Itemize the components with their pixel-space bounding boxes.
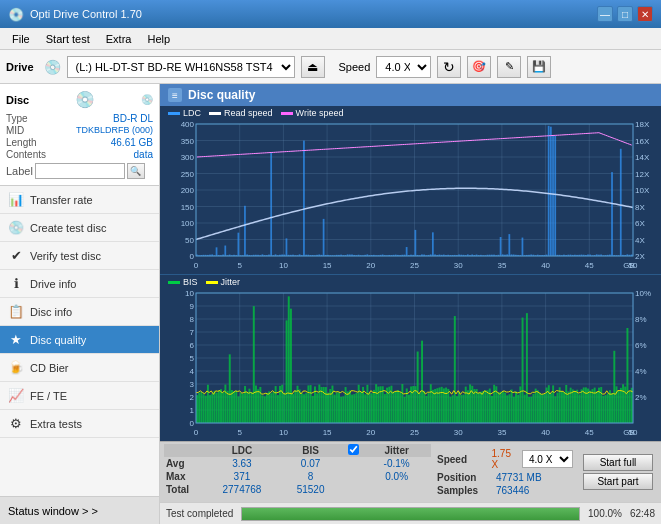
stats-total-empty [345,483,362,496]
stats-avg-label: Avg [164,457,208,470]
start-full-button[interactable]: Start full [583,454,653,471]
menu-file[interactable]: File [4,31,38,47]
stats-avg-ldc: 3.63 [208,457,277,470]
stats-avg-bis: 0.07 [276,457,345,470]
write-speed-legend-color [281,112,293,115]
bis-chart [160,289,661,441]
speed-dropdown[interactable]: 4.0 X 8.0 X MAX [522,450,573,468]
menu-start-test[interactable]: Start test [38,31,98,47]
cd-bier-icon: 🍺 [8,360,24,375]
nav-disc-info[interactable]: 📋 Disc info [0,298,159,326]
action-buttons: Start full Start part [579,444,657,500]
jitter-legend-color [206,281,218,284]
jitter-legend-label: Jitter [221,277,241,287]
save-button[interactable]: 💾 [527,56,551,78]
nav-disc-info-label: Disc info [30,306,72,318]
nav-cd-bier[interactable]: 🍺 CD Bier [0,354,159,382]
progress-status: Test completed [166,508,233,519]
read-speed-legend-color [209,112,221,115]
jitter-checkbox[interactable] [348,444,359,455]
samples-stat-label: Samples [437,485,492,496]
app-icon: 💿 [8,7,24,22]
edit-button[interactable]: ✎ [497,56,521,78]
stats-header-empty [164,444,208,457]
speed-select[interactable]: 4.0 X 8.0 X MAX [376,56,431,78]
title-bar: 💿 Opti Drive Control 1.70 — □ ✕ [0,0,661,28]
menu-bar: File Start test Extra Help [0,28,661,50]
disc-small-icon: 💿 [141,94,153,105]
status-window-button[interactable]: Status window > > [0,496,159,524]
ldc-legend-color [168,112,180,115]
bis-legend-label: BIS [183,277,198,287]
ldc-legend: LDC Read speed Write speed [160,106,661,120]
transfer-rate-icon: 📊 [8,192,24,207]
right-stats: Speed 1.75 X 4.0 X 8.0 X MAX Position 47… [435,444,575,500]
nav-fe-te[interactable]: 📈 FE / TE [0,382,159,410]
stats-bar: LDC BIS Jitter Avg 3.63 [160,441,661,524]
progress-time: 62:48 [630,508,655,519]
read-speed-legend-label: Read speed [224,108,273,118]
stats-max-ldc: 371 [208,470,277,483]
position-stat-value: 47731 MB [496,472,542,483]
stats-avg-jitter: -0.1% [362,457,431,470]
disc-mid-value: TDKBLDRFB (000) [76,125,153,136]
progress-percent: 100.0% [588,508,622,519]
title-controls: — □ ✕ [597,6,653,22]
target-button[interactable]: 🎯 [467,56,491,78]
minimize-button[interactable]: — [597,6,613,22]
nav-verify-test-disc[interactable]: ✔ Verify test disc [0,242,159,270]
menu-help[interactable]: Help [139,31,178,47]
progress-bar-container [241,507,580,521]
stats-header-jitter: Jitter [362,444,431,457]
disc-contents-value: data [134,149,153,160]
disc-mid-label: MID [6,125,24,136]
create-test-disc-icon: 💿 [8,220,24,235]
drive-info-icon: ℹ [8,276,24,291]
refresh-button[interactable]: ↻ [437,56,461,78]
nav-cd-bier-label: CD Bier [30,362,69,374]
drive-select[interactable]: (L:) HL-DT-ST BD-RE WH16NS58 TST4 [67,56,295,78]
disc-type-value: BD-R DL [113,113,153,124]
nav-items: 📊 Transfer rate 💿 Create test disc ✔ Ver… [0,186,159,496]
nav-disc-quality[interactable]: ★ Disc quality [0,326,159,354]
stats-total-ldc: 2774768 [208,483,277,496]
start-part-button[interactable]: Start part [583,473,653,490]
status-window-label: Status window > > [8,505,98,517]
toolbar: Drive 💿 (L:) HL-DT-ST BD-RE WH16NS58 TST… [0,50,661,84]
disc-length-label: Length [6,137,37,148]
disc-length-value: 46.61 GB [111,137,153,148]
extra-tests-icon: ⚙ [8,416,24,431]
nav-extra-tests-label: Extra tests [30,418,82,430]
nav-drive-info[interactable]: ℹ Drive info [0,270,159,298]
stats-total-jitter [362,483,431,496]
main-area: Disc 💿 💿 Type BD-R DL MID TDKBLDRFB (000… [0,84,661,524]
speed-stat-value: 1.75 X [491,448,518,470]
write-speed-legend-label: Write speed [296,108,344,118]
stats-header-ldc: LDC [208,444,277,457]
disc-panel-icon: 💿 [75,90,95,109]
drive-label: Drive [6,61,34,73]
ldc-legend-label: LDC [183,108,201,118]
chart-title: Disc quality [188,88,255,102]
progress-area: Test completed 100.0% 62:48 [160,502,661,524]
stats-header-bis: BIS [276,444,345,457]
disc-quality-icon: ★ [8,332,24,347]
disc-label-input[interactable] [35,163,125,179]
nav-disc-quality-label: Disc quality [30,334,86,346]
speed-stat-label: Speed [437,454,487,465]
menu-extra[interactable]: Extra [98,31,140,47]
samples-stat-value: 763446 [496,485,529,496]
stats-max-jitter: 0.0% [362,470,431,483]
nav-fe-te-label: FE / TE [30,390,67,402]
close-button[interactable]: ✕ [637,6,653,22]
nav-transfer-rate[interactable]: 📊 Transfer rate [0,186,159,214]
disc-label-label: Label [6,165,33,177]
progress-bar-fill [242,508,579,520]
eject-button[interactable]: ⏏ [301,56,325,78]
maximize-button[interactable]: □ [617,6,633,22]
stats-total-label: Total [164,483,208,496]
fe-te-icon: 📈 [8,388,24,403]
nav-create-test-disc[interactable]: 💿 Create test disc [0,214,159,242]
disc-label-button[interactable]: 🔍 [127,163,145,179]
nav-extra-tests[interactable]: ⚙ Extra tests [0,410,159,438]
